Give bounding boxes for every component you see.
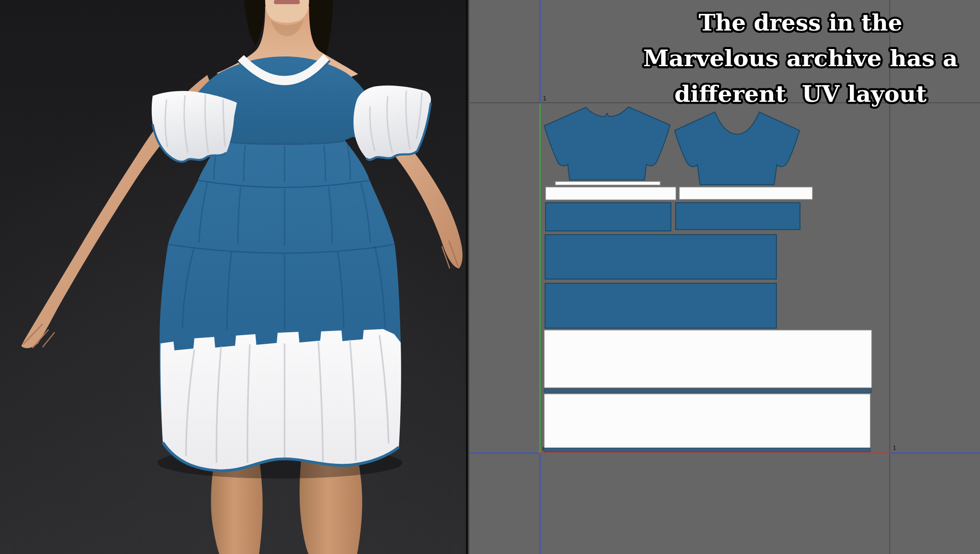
skirt-tier-white (161, 329, 401, 471)
piece-sleeve-ruffle-left[interactable] (546, 187, 676, 200)
avatar-render (0, 0, 466, 554)
caption-line-3: different UV layout (675, 81, 927, 107)
piece-sleeve-ruffle-right[interactable] (679, 187, 813, 199)
piece-skirt-tier-white-back[interactable] (544, 394, 870, 448)
viewport-3d[interactable] (0, 0, 466, 554)
lips (274, 0, 300, 4)
piece-hem-trim-front[interactable] (544, 389, 872, 392)
caption: The dress in the Marvelous archive has a… (643, 9, 958, 107)
tick-v1: 1 (543, 95, 546, 102)
piece-sleeve-band-left[interactable] (546, 203, 671, 231)
piece-bodice-back[interactable] (544, 107, 670, 180)
piece-neck-binding-strip[interactable] (555, 181, 660, 185)
app-window: 1 0 1 The dress in t (0, 0, 980, 554)
piece-skirt-tier-1[interactable] (545, 235, 776, 279)
caption-line-2: Marvelous archive has a (643, 45, 958, 72)
pattern-pieces[interactable] (544, 107, 872, 452)
piece-bodice-front[interactable] (675, 112, 800, 185)
piece-skirt-tier-2[interactable] (545, 283, 776, 328)
uv-editor[interactable]: 1 0 1 The dress in t (470, 0, 980, 554)
piece-hem-trim-back[interactable] (544, 448, 870, 452)
piece-sleeve-band-right[interactable] (676, 203, 800, 230)
tick-u1: 1 (893, 444, 896, 451)
piece-skirt-tier-white-front[interactable] (544, 330, 872, 388)
panel-divider[interactable] (466, 0, 470, 554)
uv-canvas: 1 0 1 The dress in t (470, 0, 980, 554)
caption-line-1: The dress in the (699, 9, 902, 36)
